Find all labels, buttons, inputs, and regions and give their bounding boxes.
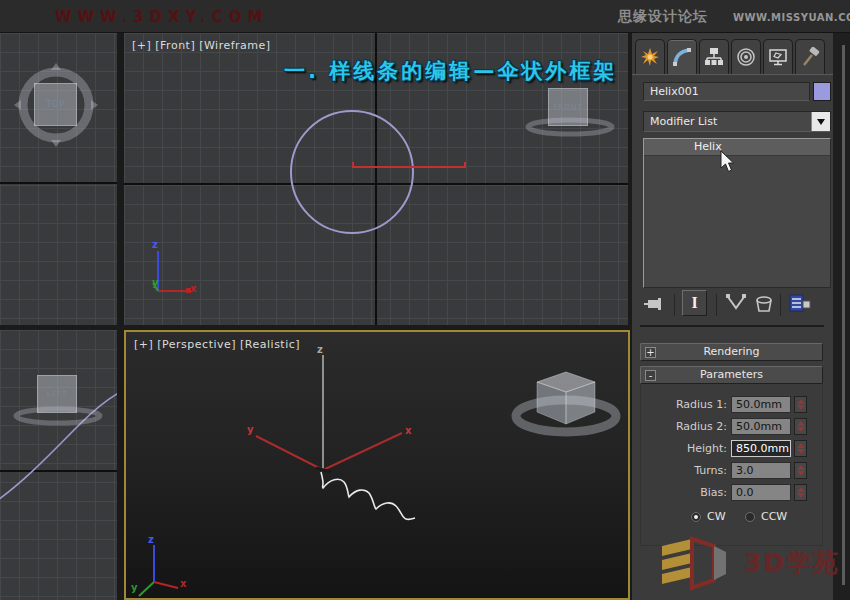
viewcube-front-label: FRONT [554, 103, 583, 111]
bias-spinner[interactable] [794, 484, 807, 501]
spinner-up-icon[interactable] [797, 443, 805, 448]
application-window: WWW.3DXY.COM 思缘设计论坛 WWW.MISSYUAN.COM TOP… [0, 0, 850, 600]
gizmo-z-axis-label: z [317, 344, 323, 355]
modifier-list-dropdown[interactable]: Modifier List [643, 111, 831, 132]
radius2-label: Radius 2: [641, 420, 727, 433]
spinner-down-icon[interactable] [797, 405, 805, 410]
panel-divider [640, 325, 824, 327]
cw-radio[interactable] [691, 512, 701, 522]
viewport-perspective-active[interactable]: [+] [Perspective] [Realistic] z x y z y … [124, 330, 630, 600]
spinner-down-icon[interactable] [797, 493, 805, 498]
radius2-spinner[interactable] [794, 418, 807, 435]
helix-spline-front-profile [290, 110, 414, 234]
tab-modify[interactable] [667, 39, 697, 74]
front-y-axis-label: y [152, 277, 159, 288]
modify-icon [672, 47, 692, 67]
object-name-field[interactable]: Helix001 [643, 82, 810, 101]
radius1-row: Radius 1: 50.0mm [641, 396, 824, 413]
toolbar-separator [674, 294, 675, 316]
viewcube-front-face[interactable]: FRONT [548, 88, 588, 126]
motion-icon [736, 47, 756, 67]
front-z-axis-label: z [152, 239, 158, 250]
bias-row: Bias: 0.0 [641, 484, 824, 501]
viewcube-top-face[interactable]: TOP [34, 83, 77, 126]
height-row: Height: 850.0mm [641, 440, 824, 457]
radius1-label: Radius 1: [641, 398, 727, 411]
bias-label: Bias: [641, 486, 727, 499]
tab-hierarchy[interactable] [699, 39, 729, 74]
viewport-left[interactable]: LEFT [0, 330, 120, 600]
turns-field[interactable]: 3.0 [731, 462, 791, 479]
object-color-swatch[interactable] [813, 82, 831, 101]
tab-utilities[interactable] [795, 39, 825, 74]
toolbar-separator [716, 294, 717, 316]
tab-divider [632, 74, 833, 75]
ccw-radio-label: CCW [761, 510, 787, 523]
rendering-rollout-title: Rendering [703, 345, 759, 358]
rendering-rollout-header[interactable]: + Rendering [640, 343, 823, 361]
viewcube-left-face[interactable]: LEFT [37, 375, 77, 413]
viewport-top[interactable]: TOP [0, 33, 120, 325]
perspective-scene [126, 332, 628, 598]
gizmo-x-axis-label: x [405, 425, 411, 436]
spinner-down-icon[interactable] [797, 449, 805, 454]
3dxueyuan-logo-text: 3D学苑 [744, 546, 840, 579]
expand-icon[interactable]: + [645, 347, 656, 358]
watermark-missyuan-cn: 思缘设计论坛 [618, 8, 708, 26]
spinner-up-icon[interactable] [797, 465, 805, 470]
turns-spinner[interactable] [794, 462, 807, 479]
helix-spline-left-profile [0, 330, 120, 600]
collapse-icon[interactable]: - [645, 370, 656, 381]
panel-scrollbar[interactable] [842, 45, 845, 585]
create-icon [640, 47, 660, 67]
radius1-field[interactable]: 50.0mm [731, 396, 791, 413]
tripod-y-axis-label: y [131, 582, 138, 593]
remove-modifier-icon[interactable] [752, 292, 776, 316]
parameters-rollout-header[interactable]: - Parameters [640, 366, 823, 384]
show-end-result-button[interactable]: I [682, 290, 707, 316]
watermark-3dxy: WWW.3DXY.COM [55, 8, 268, 26]
turns-row: Turns: 3.0 [641, 462, 824, 479]
turns-label: Turns: [641, 464, 727, 477]
title-bar: WWW.3DXY.COM 思缘设计论坛 WWW.MISSYUAN.COM [0, 0, 850, 33]
radius1-spinner[interactable] [794, 396, 807, 413]
spinner-down-icon[interactable] [797, 471, 805, 476]
make-unique-icon[interactable] [724, 292, 748, 316]
viewport-front-label[interactable]: [+] [Front] [Wireframe] [132, 39, 271, 52]
parameters-body: Radius 1: 50.0mm Radius 2: 50.0mm Height… [640, 384, 823, 546]
radius2-row: Radius 2: 50.0mm [641, 418, 824, 435]
watermark-missyuan-url: WWW.MISSYUAN.COM [733, 12, 850, 23]
height-field-selected[interactable]: 850.0mm [731, 440, 791, 457]
height-label: Height: [641, 442, 727, 455]
mouse-cursor [720, 150, 738, 174]
toolbar-separator [780, 294, 781, 316]
command-panel: Helix001 Modifier List Helix I [632, 33, 833, 600]
spinner-up-icon[interactable] [797, 487, 805, 492]
tutorial-title-overlay: 一. 样线条的编辑—伞状外框架 [284, 57, 617, 85]
utilities-icon [800, 47, 820, 67]
tripod-x-axis-label: x [180, 578, 186, 589]
ccw-radio[interactable] [745, 512, 755, 522]
height-spinner[interactable] [794, 440, 807, 457]
viewcube-left-label: LEFT [47, 390, 68, 398]
tripod-z-axis-label: z [148, 534, 154, 545]
viewport-front[interactable]: [+] [Front] [Wireframe] 一. 样线条的编辑—伞状外框架 … [124, 33, 630, 325]
viewcube-top-label: TOP [46, 100, 65, 109]
front-x-axis-label: x [190, 283, 196, 294]
spinner-down-icon[interactable] [797, 427, 805, 432]
bias-field[interactable]: 0.0 [731, 484, 791, 501]
chevron-down-icon [817, 119, 825, 125]
tab-create[interactable] [635, 39, 665, 74]
grid-axis [0, 182, 120, 184]
tab-display[interactable] [763, 39, 793, 74]
tab-motion[interactable] [731, 39, 761, 74]
display-icon [768, 47, 788, 67]
3dxueyuan-logo-icon [652, 536, 752, 598]
radius2-field[interactable]: 50.0mm [731, 418, 791, 435]
modifier-list-arrow-button[interactable] [811, 112, 830, 131]
pin-stack-icon[interactable] [644, 292, 668, 316]
configure-modifier-sets-icon[interactable] [788, 292, 812, 316]
spinner-up-icon[interactable] [797, 399, 805, 404]
spinner-up-icon[interactable] [797, 421, 805, 426]
hierarchy-icon [704, 47, 724, 67]
